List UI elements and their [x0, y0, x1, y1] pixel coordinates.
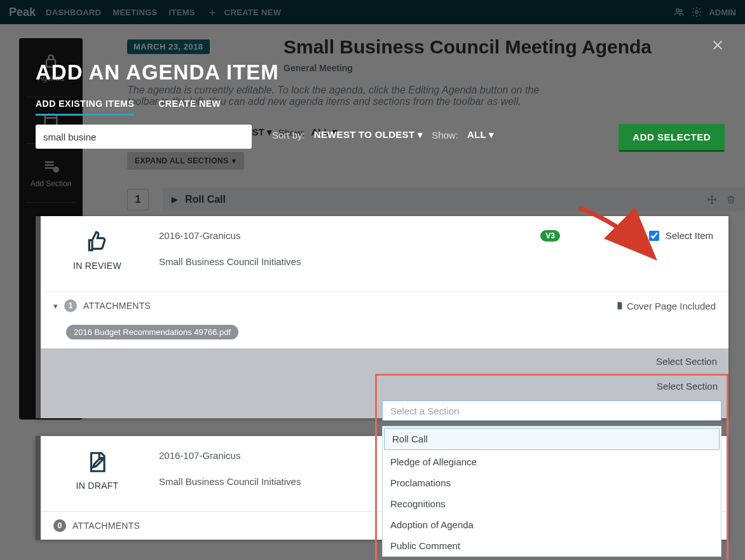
item-title: Small Business Council Initiatives: [159, 256, 520, 267]
select-section-label: Select Section: [382, 381, 718, 392]
close-icon[interactable]: [711, 38, 725, 52]
attachments-label: ATTACHMENTS: [83, 301, 151, 311]
search-input[interactable]: [36, 125, 252, 149]
select-section-input[interactable]: Select a Section: [382, 400, 721, 421]
section-option-proclamations[interactable]: Proclamations: [383, 472, 721, 493]
select-section-panel: Select Section Select a Section Roll Cal…: [375, 374, 728, 560]
section-option-pledge[interactable]: Pledge of Allegiance: [383, 451, 721, 472]
cover-page-included: Cover Page Included: [615, 301, 716, 311]
item-id: 2016-107-Granicus: [159, 230, 520, 241]
select-item-label: Select Item: [666, 230, 713, 241]
draft-icon: [85, 450, 109, 474]
modal-sort-label: Sort by:: [272, 130, 305, 140]
attachment-count: 0: [53, 519, 66, 532]
collapse-icon[interactable]: ▾: [53, 301, 58, 311]
section-option-public-comment[interactable]: Public Comment: [383, 535, 721, 556]
section-option-roll-call[interactable]: Roll Call: [384, 428, 720, 450]
attachments-label: ATTACHMENTS: [72, 521, 140, 531]
modal-show-label: Show:: [432, 130, 458, 140]
attachment-count: 1: [64, 299, 77, 312]
select-item-checkbox[interactable]: [649, 231, 659, 241]
modal-show-value[interactable]: ALL ▾: [467, 129, 495, 140]
tab-add-existing[interactable]: ADD EXISTING ITEMS: [36, 99, 134, 116]
tab-create-new[interactable]: CREATE NEW: [158, 99, 221, 116]
status-label: IN REVIEW: [73, 261, 121, 271]
attachment-file[interactable]: 2016 Budget Recommendations 49766.pdf: [66, 325, 238, 339]
page-icon: [615, 301, 624, 310]
thumbs-up-icon: [85, 230, 109, 254]
section-option-recognitions[interactable]: Recognitions: [383, 493, 721, 514]
version-badge: V3: [540, 230, 560, 242]
modal-title: ADD AN AGENDA ITEM: [36, 60, 709, 85]
section-option-adoption[interactable]: Adoption of Agenda: [383, 514, 721, 535]
select-section-heading: Select Section: [656, 356, 717, 367]
section-options-list: Roll Call Pledge of Allegiance Proclamat…: [382, 426, 721, 557]
modal-sort-value[interactable]: NEWEST TO OLDEST ▾: [314, 129, 423, 140]
add-selected-button[interactable]: ADD SELECTED: [619, 124, 725, 152]
status-label: IN DRAFT: [76, 481, 119, 491]
